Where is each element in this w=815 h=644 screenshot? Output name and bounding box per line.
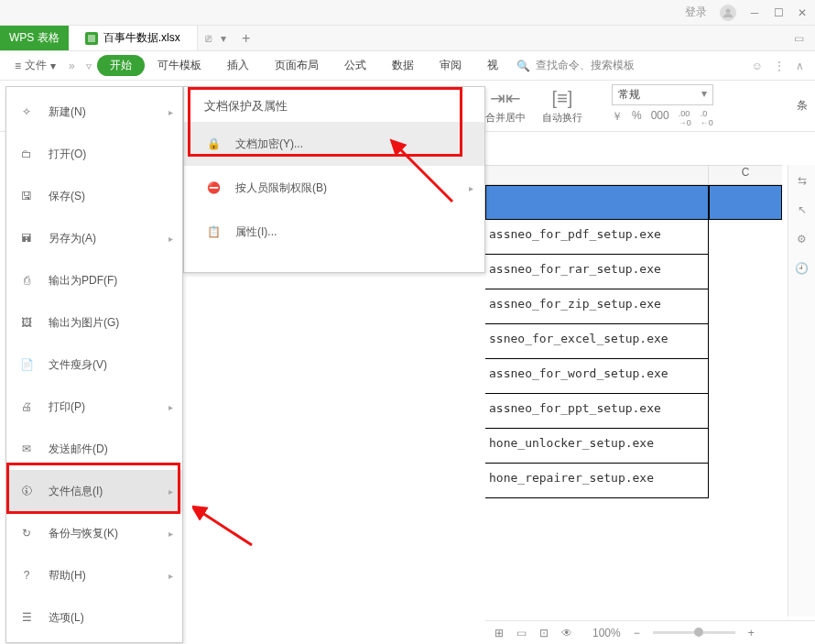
cell-value: hone_repairer_setup.exe [485,464,709,498]
menu-new[interactable]: ✧新建(N)▸ [6,91,182,133]
tab-template[interactable]: 可牛模板 [145,58,214,73]
menu-save-as[interactable]: 🖬另存为(A)▸ [6,217,182,259]
document-tab[interactable]: 百事牛数据.xlsx [69,26,198,50]
table-row[interactable]: assneo_for_zip_setup.exe [485,289,782,324]
redo-dropdown[interactable]: ▿ [81,60,97,72]
maximize-button[interactable]: ☐ [773,7,784,18]
chevron-right-icon: ▸ [469,183,473,193]
number-format-select[interactable]: 常规 [612,84,713,105]
inc-decimal-button[interactable]: .00 →0 [679,109,691,127]
wrap-icon: [≡] [552,88,573,109]
file-dropdown-menu: ✧新建(N)▸ 🗀打开(O) 🖫保存(S) 🖬另存为(A)▸ ⎙输出为PDF(F… [5,86,183,643]
zoom-level[interactable]: 100% [592,627,621,639]
zoom-out-button[interactable]: − [634,627,640,639]
app-name[interactable]: WPS 表格 [0,26,69,50]
select-icon[interactable]: ↖ [798,203,807,216]
merge-center-button[interactable]: ⇥⇤ 合并居中 [485,87,526,125]
conditional-format-button[interactable]: 条 [797,98,815,114]
file-info-submenu: 文档保护及属性 🔒文档加密(Y)... ⛔按人员限制权限(B)▸ 📋属性(I).… [183,86,485,273]
currency-button[interactable]: ￥ [612,109,623,127]
svg-line-1 [200,511,252,545]
cell-value: hone_unlocker_setup.exe [485,429,709,464]
col-header-c[interactable]: C [709,165,782,185]
expand-icon[interactable]: ⇆ [798,174,807,187]
menu-open[interactable]: 🗀打开(O) [6,133,182,175]
tab-data[interactable]: 数据 [379,58,427,73]
tab-list-icon[interactable]: ▭ [794,32,815,45]
settings-icon[interactable]: ⚙ [797,233,807,246]
minimize-button[interactable]: ─ [749,7,760,18]
submenu-header: 文档保护及属性 [184,91,484,122]
submenu-restrict[interactable]: ⛔按人员限制权限(B)▸ [184,166,484,210]
menu-options[interactable]: ☰选项(L) [6,596,182,639]
view-mode-2-icon[interactable]: ▭ [516,627,527,639]
chevron-right-icon: ▸ [168,571,173,581]
presentation-icon[interactable]: ⎚ [205,32,212,45]
table-row[interactable]: assneo_for_word_setup.exe [485,359,782,394]
wrap-text-button[interactable]: [≡] 自动换行 [542,88,582,125]
table-row[interactable] [485,185,782,220]
table-row[interactable]: ssneo_for_excel_setup.exe [485,324,782,359]
login-label[interactable]: 登录 [685,5,707,20]
history-icon[interactable]: 🕘 [795,262,809,275]
help-icon: ? [17,566,36,584]
dec-decimal-button[interactable]: .0 ←0 [701,109,713,127]
command-search[interactable]: 🔍 查找命令、搜索模板 [516,58,635,73]
slim-icon: 📄 [17,355,36,374]
search-placeholder: 查找命令、搜索模板 [536,58,635,73]
menu-file-info[interactable]: 🛈文件信息(I)▸ [6,470,182,512]
collapse-ribbon-icon[interactable]: ∧ [796,60,804,72]
view-mode-3-icon[interactable]: ⊡ [539,627,549,639]
tab-formula[interactable]: 公式 [331,58,379,73]
menu-export-pdf[interactable]: ⎙输出为PDF(F) [6,259,182,301]
col-header-b[interactable] [485,165,709,185]
restrict-icon: ⛔ [204,179,223,197]
tab-start[interactable]: 开始 [97,55,145,76]
new-tab-button[interactable]: + [234,30,259,47]
menu-backup[interactable]: ↻备份与恢复(K)▸ [6,512,182,554]
save-icon: 🖫 [17,187,36,205]
menu-help[interactable]: ?帮助(H)▸ [6,554,182,596]
tab-layout[interactable]: 页面布局 [262,58,331,73]
number-format-group: 常规 ￥ % 000 .00 →0 .0 ←0 [612,84,713,127]
menu-print[interactable]: 🖨打印(P)▸ [6,386,182,428]
menu-file-slim[interactable]: 📄文件瘦身(V) [6,344,182,386]
dots-icon[interactable]: ⋮ [774,60,785,72]
table-row[interactable]: assneo_for_ppt_setup.exe [485,394,782,429]
menu-save[interactable]: 🖫保存(S) [6,175,182,217]
table-row[interactable]: hone_repairer_setup.exe [485,464,782,498]
pdf-icon: ⎙ [17,271,36,289]
titlebar: 登录 ─ ☐ ✕ [0,0,815,26]
tab-review[interactable]: 审阅 [427,58,474,73]
chevron-right-icon: ▸ [168,486,173,497]
table-row[interactable]: hone_unlocker_setup.exe [485,429,782,464]
tab-insert[interactable]: 插入 [214,58,262,73]
spreadsheet-grid[interactable]: C assneo_for_pdf_setup.exe assneo_for_ra… [485,165,782,617]
file-menu-button[interactable]: ≡ 文件 ▾ [7,58,63,73]
zoom-slider[interactable] [653,631,735,634]
tab-extras: ⎚ ▾ [198,32,234,45]
percent-button[interactable]: % [632,109,642,127]
eye-icon[interactable]: 👁 [561,627,572,639]
zoom-slider-thumb[interactable] [694,628,703,637]
table-row[interactable]: assneo_for_pdf_setup.exe [485,220,782,255]
new-icon: ✧ [17,103,36,121]
avatar-icon[interactable] [720,5,736,21]
close-button[interactable]: ✕ [797,7,808,18]
properties-icon: 📋 [204,223,223,241]
submenu-encrypt[interactable]: 🔒文档加密(Y)... [184,122,484,166]
spreadsheet-icon [85,32,98,45]
menu-export-image[interactable]: 🖼输出为图片(G) [6,301,182,344]
zoom-in-button[interactable]: + [748,627,755,639]
comma-button[interactable]: 000 [651,109,669,127]
table-row[interactable]: assneo_for_rar_setup.exe [485,255,782,289]
dropdown-icon[interactable]: ▾ [221,32,226,45]
svg-point-0 [726,8,731,13]
undo-dropdown[interactable]: » [63,60,81,72]
smiley-icon[interactable]: ☺ [752,60,763,72]
tab-view[interactable]: 视 [474,58,511,73]
view-mode-1-icon[interactable]: ⊞ [494,627,504,639]
submenu-properties[interactable]: 📋属性(I)... [184,210,484,254]
cell-value: assneo_for_ppt_setup.exe [485,394,709,429]
menu-send-mail[interactable]: ✉发送邮件(D) [6,428,182,470]
